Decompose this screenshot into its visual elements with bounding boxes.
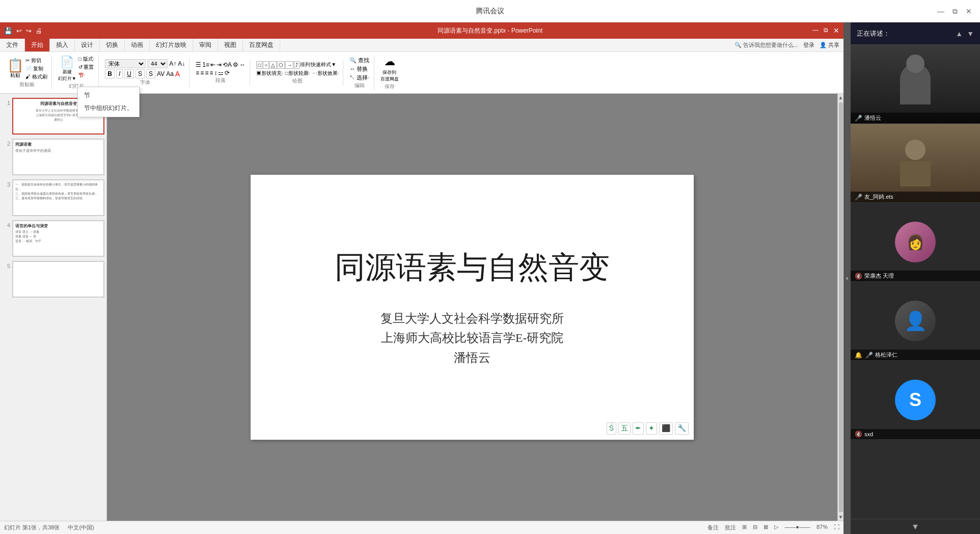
new-slide-button[interactable]: 📄 新建 幻灯片▼ [58, 56, 76, 82]
close-button[interactable]: ✕ [966, 7, 972, 15]
justify-button[interactable]: ≡ [209, 69, 213, 76]
paste-button[interactable]: 📋 粘贴 [7, 59, 23, 79]
shape-outline-button[interactable]: □形状轮廓· [285, 70, 310, 77]
font-color-button[interactable]: A [175, 70, 180, 78]
shape-fill-button[interactable]: ▣形状填充· [256, 70, 283, 77]
select-button[interactable]: ↖ 选择· [349, 74, 369, 82]
text-convert-button[interactable]: ⟳ [225, 69, 230, 76]
copy-button[interactable]: 📄 复制 [25, 65, 47, 72]
shape-btn[interactable]: ⬡ [277, 61, 285, 69]
panel-collapse-handle[interactable]: › [843, 22, 851, 534]
align-right-button[interactable]: ≡ [205, 69, 208, 76]
italic-button[interactable]: I [116, 69, 123, 78]
fullscreen-button[interactable]: ⛶ [834, 524, 839, 531]
bullets-button[interactable]: ☰ [196, 61, 201, 68]
indent-decrease-button[interactable]: ⇤ [210, 61, 215, 68]
ppt-close[interactable]: ✕ [833, 26, 839, 35]
view-slidesorter[interactable]: ⊠ [764, 524, 768, 531]
slide-item-5[interactable]: 5 [2, 261, 104, 298]
tab-view[interactable]: 视图 [218, 39, 243, 51]
quick-styles-button[interactable]: 快速样式▼ [311, 61, 336, 69]
arrange-button[interactable]: 排列 [300, 61, 310, 69]
scroll-up-button[interactable]: ▲ [837, 94, 843, 101]
slide-thumb-5[interactable] [12, 261, 104, 298]
underline-button[interactable]: U [124, 69, 134, 78]
tab-insert[interactable]: 插入 [50, 39, 75, 51]
bold-button[interactable]: B [105, 69, 115, 78]
slide-thumb-3[interactable]: 一、基因是生命体存在的最小单位；语言是思维最小的基因单位...二、基因有序组合成… [12, 179, 104, 216]
text-direction-button[interactable]: ⟲A [223, 61, 232, 68]
slide-item-2[interactable]: 2 同源语素 类似于遗传学中的基因 [2, 139, 104, 175]
view-reading[interactable]: ▷ [774, 524, 778, 531]
tab-design[interactable]: 设计 [75, 39, 100, 51]
scroll-thumb[interactable] [839, 102, 843, 512]
tab-baidu[interactable]: 百度网盘 [243, 39, 280, 51]
font-case-button[interactable]: Aa [166, 70, 174, 77]
view-toggle[interactable]: ⊞ [742, 524, 747, 531]
align-left-button[interactable]: ≡ [196, 69, 199, 76]
font-size-select[interactable]: 44 [147, 59, 168, 68]
slide-thumb-2[interactable]: 同源语素 类似于遗传学中的基因 [12, 139, 104, 175]
comments-button[interactable]: 批注 [725, 524, 736, 531]
slide-icon-s[interactable]: Ś [607, 422, 616, 435]
tab-transitions[interactable]: 切换 [100, 39, 125, 51]
strikethrough-button[interactable]: S [135, 69, 145, 78]
panel-up-arrow[interactable]: ▲ [956, 30, 963, 38]
font-shrink-button[interactable]: A↓ [178, 60, 185, 67]
shape-btn[interactable]: → [285, 61, 293, 69]
smartart-button[interactable]: ↔ [239, 61, 246, 68]
shape-btn[interactable]: ○ [263, 61, 269, 69]
notes-button[interactable]: 备注 [707, 524, 719, 531]
participants-nav-bottom[interactable]: ▼ [851, 519, 980, 534]
tab-file[interactable]: 文件 [0, 39, 25, 51]
undo-icon[interactable]: ↩ [16, 27, 22, 35]
vertical-scrollbar[interactable]: ▲ ▼ [837, 94, 843, 521]
font-grow-button[interactable]: A↑ [169, 60, 176, 67]
shape-btn[interactable]: □ [256, 61, 262, 69]
align-columns-button[interactable]: ⚙ [233, 61, 238, 68]
font-name-select[interactable]: 宋体 [105, 59, 146, 68]
zoom-slider[interactable]: ——●—— [784, 524, 810, 531]
format-brush-button[interactable]: 🖌 格式刷 [25, 73, 47, 81]
redo-icon[interactable]: ↪ [26, 27, 32, 35]
slide-icon-wu[interactable]: 五 [618, 422, 631, 435]
columns-button[interactable]: ⚍ [218, 69, 224, 76]
shape-effects-button[interactable]: ⋯形状效果· [312, 70, 339, 77]
slide-item-4[interactable]: 4 语言的单位与演变 语音·语义 → 语素语素·语音 → 语音变 → 链演、句子 [2, 220, 104, 257]
indent-increase-button[interactable]: ⇥ [216, 61, 222, 68]
view-normal[interactable]: ⊟ [753, 524, 757, 531]
find-button[interactable]: 🔍 查找 [349, 57, 369, 64]
reset-button[interactable]: ↺ 重置 [78, 64, 95, 71]
slide-thumb-4[interactable]: 语言的单位与演变 语音·语义 → 语素语素·语音 → 语音变 → 链演、句子 [12, 220, 104, 257]
numbering-button[interactable]: 1≡ [202, 61, 209, 68]
scroll-participants-down[interactable]: ▼ [911, 522, 919, 531]
slide-icon-pen[interactable]: ✒ [633, 422, 644, 435]
slide-icon-tool[interactable]: 🔧 [675, 422, 689, 435]
search-box[interactable]: 🔍 告诉我您想要做什么... [734, 41, 798, 49]
panel-down-arrow[interactable]: ▼ [967, 30, 974, 38]
section-button[interactable]: 节· [78, 72, 95, 79]
save-icon[interactable]: 💾 [4, 27, 12, 35]
layout-button[interactable]: □ 版式· [78, 56, 95, 63]
tab-home[interactable]: 开始 [25, 39, 50, 51]
restore-button[interactable]: ⧉ [952, 7, 958, 15]
shadow-button[interactable]: S [146, 69, 155, 78]
replace-button[interactable]: ↔ 替换 [349, 65, 369, 73]
login-button[interactable]: 登录 [803, 41, 814, 49]
tab-review[interactable]: 审阅 [193, 39, 218, 51]
shape-btn[interactable]: △ [269, 61, 277, 69]
line-spacing-button[interactable]: ↕ [214, 69, 217, 76]
minimize-button[interactable]: — [937, 7, 944, 15]
baidu-save-button[interactable]: ☁ [384, 55, 395, 68]
char-spacing-button[interactable]: AV [157, 70, 165, 77]
print-icon[interactable]: 🖨 [36, 27, 42, 35]
slide-item-3[interactable]: 3 一、基因是生命体存在的最小单位；语言是思维最小的基因单位...二、基因有序组… [2, 179, 104, 216]
align-center-button[interactable]: ≡ [200, 69, 204, 76]
share-button[interactable]: 👤 共享 [820, 41, 839, 49]
tab-animations[interactable]: 动画 [125, 39, 150, 51]
ppt-minimize[interactable]: — [812, 26, 819, 35]
shape-btn[interactable]: ⤴ [294, 61, 300, 69]
slide-thumbnails[interactable]: 1 同源语素与自然音变 复旦大学人文社会科学数据研究所上海师大高校比较语言学E-… [0, 94, 107, 521]
section-item-1[interactable]: 节 [78, 89, 139, 102]
slide-icon-screen[interactable]: ⬛ [659, 422, 673, 435]
